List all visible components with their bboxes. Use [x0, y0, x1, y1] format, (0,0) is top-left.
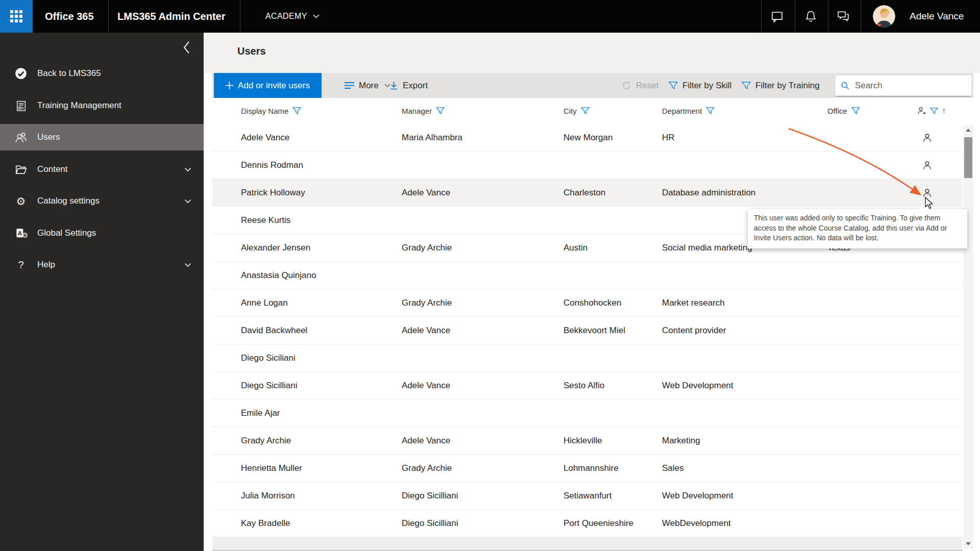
cell-name: Henrietta Muller [241, 455, 302, 482]
sidebar-item-help[interactable]: ? Help [0, 252, 204, 278]
sidebar-item-users[interactable]: Users [0, 124, 204, 151]
filter-by-skill-button[interactable]: Filter by Skill [669, 73, 731, 98]
table-header: Display Name Manager City Department Off… [212, 98, 962, 124]
cell-manager: Grady Archie [402, 289, 452, 317]
toolbar: Add or invite users More Export [212, 73, 973, 98]
cell-city: Sesto Alfio [564, 372, 604, 399]
bell-icon [804, 10, 818, 23]
sidebar-collapse-button[interactable] [179, 39, 193, 56]
sidebar-item-label: Global Settings [37, 228, 96, 238]
sidebar: Back to LMS365 Training Management Users [0, 33, 204, 551]
chevron-down-icon [313, 14, 320, 18]
column-header-city[interactable]: City [564, 98, 590, 124]
sidebar-item-back-to-lms365[interactable]: Back to LMS365 [0, 60, 204, 87]
app-launcher-button[interactable] [0, 0, 33, 33]
plus-icon [226, 82, 233, 89]
cell-manager: Diego Sicilliani [402, 510, 458, 537]
column-header-user-type[interactable]: ↑ [917, 98, 946, 124]
cell-department: Market research [662, 289, 725, 317]
table-row[interactable]: Grady ArchieAdele VanceHicklevilleMarket… [212, 427, 962, 455]
avatar[interactable] [873, 5, 895, 28]
column-header-manager[interactable]: Manager [402, 98, 445, 124]
filter-icon[interactable] [851, 107, 860, 115]
cell-name: Patrick Holloway [241, 179, 305, 207]
search-input[interactable] [854, 80, 966, 91]
academy-dropdown[interactable]: ACADEMY [262, 0, 323, 33]
column-header-office[interactable]: Office [827, 98, 860, 124]
scroll-down-button[interactable] [963, 539, 973, 548]
search-icon [841, 81, 849, 90]
column-header-department[interactable]: Department [662, 98, 715, 124]
sidebar-item-label: Back to LMS365 [37, 68, 101, 79]
sidebar-item-training-management[interactable]: Training Management [0, 92, 204, 119]
scrollbar-thumb[interactable] [964, 137, 972, 178]
notifications-button[interactable] [803, 9, 818, 24]
scroll-up-button[interactable] [963, 125, 973, 135]
cell-name: Julia Morrison [241, 482, 295, 510]
cell-city: Lohmannshire [564, 455, 619, 482]
filter-icon[interactable] [581, 107, 590, 115]
sidebar-item-global-settings[interactable]: A ⚙ Global Settings [0, 220, 204, 246]
more-lines-icon [345, 82, 354, 89]
cell-name: Emile Ajar [241, 399, 280, 427]
cell-department: Content provider [662, 317, 726, 344]
more-button[interactable]: More [345, 73, 390, 98]
chevron-down-icon [184, 263, 191, 267]
add-or-invite-users-button[interactable]: Add or invite users [214, 73, 322, 98]
sidebar-item-content[interactable]: Content [0, 156, 204, 183]
question-icon: ? [14, 258, 28, 272]
table-row[interactable]: Adele VanceMaria AlhambraNew MorganHR [212, 124, 962, 152]
export-button[interactable]: Export [389, 73, 428, 98]
cell-department: Social media marketing [662, 234, 752, 262]
cell-city: Conshohocken [564, 289, 621, 317]
cell-city: Port Queenieshire [564, 510, 633, 537]
table-row[interactable]: Dennis Rodman [212, 152, 962, 179]
table-row[interactable]: Diego Siciliani [212, 344, 962, 372]
feedback-button[interactable] [836, 9, 851, 24]
vertical-scrollbar[interactable] [963, 125, 973, 548]
page-title: Users [237, 45, 266, 57]
folder-icon [14, 162, 28, 177]
cell-name: Reese Kurtis [241, 207, 290, 234]
table-row[interactable]: Diego SicillianiAdele VanceSesto AlfioWe… [212, 372, 962, 399]
cell-department: HR [662, 124, 675, 152]
table-row[interactable]: David BackwheelAdele VanceBekkevoort Mie… [212, 317, 962, 344]
user-name[interactable]: Adele Vance [910, 0, 964, 33]
filter-icon [930, 108, 938, 115]
triangle-up-icon [966, 129, 971, 132]
column-header-display-name[interactable]: Display Name [241, 98, 301, 124]
table-row[interactable]: Julia MorrisonDiego SicillianiSetiawanfu… [212, 482, 962, 510]
people-icon [14, 130, 28, 144]
filter-icon[interactable] [292, 107, 301, 115]
table-row[interactable]: Anne LoganGrady ArchieConshohockenMarket… [212, 289, 962, 317]
cell-name: Adele Vance [241, 124, 289, 152]
cell-manager: Adele Vance [402, 179, 450, 207]
page-header-band [204, 33, 980, 73]
user-added-to-training-icon[interactable] [922, 160, 933, 171]
filter-by-training-button[interactable]: Filter by Training [742, 73, 820, 98]
reset-button[interactable]: Reset [622, 73, 658, 98]
table-row[interactable]: Henrietta MullerGrady ArchieLohmannshire… [212, 455, 962, 482]
filter-icon[interactable] [706, 107, 715, 115]
table-row[interactable]: Emile Ajar [212, 399, 962, 427]
cell-department: Web Development [662, 372, 733, 399]
table-row[interactable]: Anastasia Quinjano [212, 262, 962, 289]
user-added-to-training-icon[interactable] [922, 133, 933, 143]
cell-department: Database administration [662, 179, 755, 207]
cell-name: Anastasia Quinjano [241, 262, 316, 289]
chat-button[interactable] [769, 9, 785, 24]
chevron-down-icon [184, 199, 191, 204]
cell-name: Alexander Jensen [241, 234, 310, 262]
cell-department: Web Development [662, 482, 733, 510]
sidebar-item-label: Training Management [37, 101, 121, 111]
cell-city: New Morgan [564, 124, 612, 152]
table-row[interactable]: Kay BradelleDiego SicillianiPort Queenie… [212, 510, 962, 537]
topbar-divider [108, 0, 109, 33]
filter-icon[interactable] [436, 107, 445, 115]
sidebar-item-catalog-settings[interactable]: ⚙ Catalog settings [0, 188, 204, 214]
waffle-icon [10, 10, 22, 22]
svg-text:⚙: ⚙ [22, 231, 28, 239]
cell-name: Dennis Rodman [241, 152, 303, 179]
user-added-to-training-icon[interactable] [922, 188, 933, 198]
table-row[interactable]: Patrick HollowayAdele VanceCharlestonDat… [212, 179, 962, 207]
